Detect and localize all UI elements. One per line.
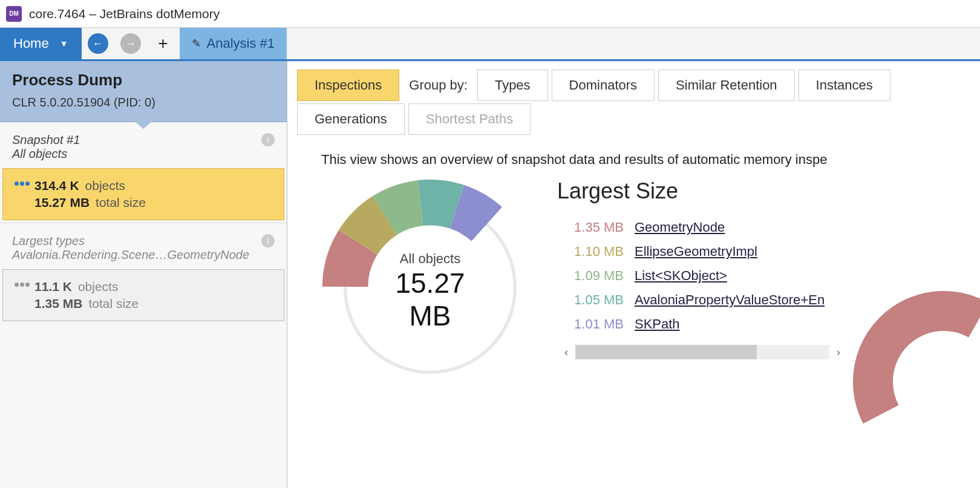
donut-center-label: All objects [376,251,485,267]
legend-title: Largest Size [557,178,848,204]
legend-link-avaloniaproperty[interactable]: AvaloniaPropertyValueStore+En [635,292,825,308]
view-description: This view shows an overview of snapshot … [321,152,980,168]
tab-similar-retention[interactable]: Similar Retention [658,70,795,101]
largest-sub: Avalonia.Rendering.Scene…GeometryNode [12,248,275,262]
card2-size-label: total size [88,296,139,311]
largest-size-chart[interactable]: All objects 15.27 MB [321,178,539,396]
snapshot-header[interactable]: Snapshot #1 All objects i [0,122,287,168]
legend-size: 1.10 MB [557,244,624,260]
snapshot-card-all-objects[interactable]: 314.4 K objects 15.27 MB total size [2,168,284,220]
largest-types-header[interactable]: Largest types Avalonia.Rendering.Scene…G… [0,223,287,269]
legend-row: 1.09 MB List<SKObject> [557,268,848,284]
scroll-track[interactable] [575,345,829,359]
legend-scrollbar[interactable]: ‹ › [557,343,848,361]
info-icon[interactable]: i [261,133,275,146]
legend-row: 1.01 MB SKPath [557,316,848,332]
legend-link-geometrynode[interactable]: GeometryNode [635,220,725,235]
tab-dominators[interactable]: Dominators [552,70,655,101]
card2-count: 11.1 K [34,279,72,294]
donut-center-value: 15.27 MB [376,267,485,332]
group-by-label: Group by: [403,77,474,93]
objects-icon [14,279,30,289]
donut-center: All objects 15.27 MB [376,251,485,332]
card1-size: 15.27 MB [34,195,90,210]
tab-generations[interactable]: Generations [297,103,405,135]
view-tabs: Inspections Group by: Types Dominators S… [297,70,980,101]
pencil-icon: ✎ [192,37,201,50]
secondary-chart-partial [853,291,980,472]
arrow-right-icon: → [120,33,141,54]
window-title: core.7464 – JetBrains dotMemory [29,7,220,21]
legend-link-skpath[interactable]: SKPath [635,316,680,332]
snapshot-sub: All objects [12,147,275,161]
tab-analysis[interactable]: ✎ Analysis #1 [180,28,287,59]
legend-size: 1.35 MB [557,220,624,235]
card2-size: 1.35 MB [34,296,82,311]
chevron-down-icon: ▼ [60,39,68,48]
legend-size: 1.09 MB [557,268,624,284]
add-button[interactable]: + [147,28,180,59]
scroll-thumb[interactable] [575,345,757,359]
view-tabs-row2: Generations Shortest Paths [297,103,980,135]
legend-row: 1.35 MB GeometryNode [557,220,848,235]
info-icon[interactable]: i [261,234,275,247]
content: Inspections Group by: Types Dominators S… [287,61,980,488]
card1-count: 314.4 K [34,178,79,193]
plus-icon: + [158,34,168,53]
chevron-left-icon[interactable]: ‹ [557,343,575,361]
legend-row: 1.10 MB EllipseGeometryImpl [557,244,848,260]
legend-size: 1.05 MB [557,292,624,308]
largest-label: Largest types [12,234,275,248]
tab-instances[interactable]: Instances [799,70,890,101]
chevron-right-icon[interactable]: › [829,343,848,361]
legend: Largest Size 1.35 MB GeometryNode 1.10 M… [557,178,848,361]
nav-forward-button[interactable]: → [114,28,147,59]
nav-back-button[interactable]: ← [82,28,114,59]
card1-size-label: total size [96,195,146,210]
process-title: Process Dump [12,71,275,90]
home-button[interactable]: Home ▼ [0,28,82,59]
tab-analysis-label: Analysis #1 [207,36,275,51]
card1-count-label: objects [85,178,126,193]
legend-size: 1.01 MB [557,316,624,332]
sidebar: Process Dump CLR 5.0.20.51904 (PID: 0) S… [0,61,287,488]
objects-icon [14,178,30,188]
tab-shortest-paths[interactable]: Shortest Paths [408,103,531,135]
home-label: Home [13,36,49,51]
card2-count-label: objects [78,279,119,294]
tab-inspections[interactable]: Inspections [297,70,399,101]
toolbar: Home ▼ ← → + ✎ Analysis #1 [0,28,980,61]
legend-link-ellipsegeometry[interactable]: EllipseGeometryImpl [635,244,757,260]
app-icon [6,6,22,22]
tab-types[interactable]: Types [477,70,548,101]
process-subtitle: CLR 5.0.20.51904 (PID: 0) [12,96,275,109]
title-bar: core.7464 – JetBrains dotMemory [0,0,980,28]
arrow-left-icon: ← [88,33,108,54]
process-header: Process Dump CLR 5.0.20.51904 (PID: 0) [0,61,287,122]
legend-row: 1.05 MB AvaloniaPropertyValueStore+En [557,292,848,308]
main: Process Dump CLR 5.0.20.51904 (PID: 0) S… [0,61,980,488]
svg-point-6 [873,311,980,452]
legend-link-list-skobject[interactable]: List<SKObject> [635,268,727,284]
snapshot-card-largest-types[interactable]: 11.1 K objects 1.35 MB total size [2,269,284,321]
snapshot-label: Snapshot #1 [12,133,275,147]
